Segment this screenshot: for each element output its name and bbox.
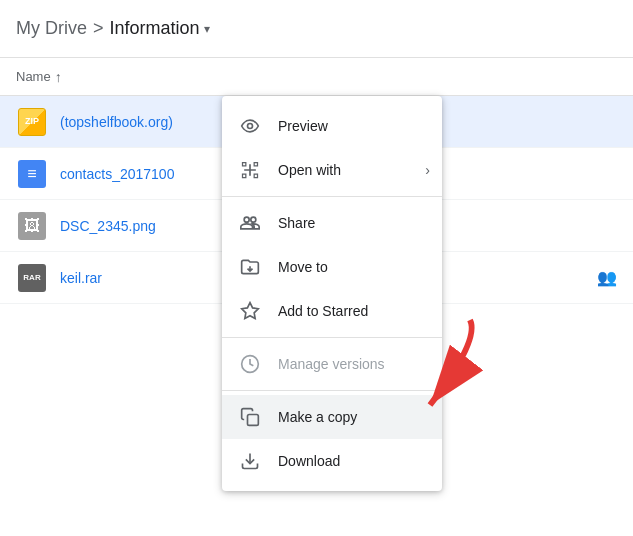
file-icon-zip: ZIP xyxy=(16,106,48,138)
file-icon-doc: ≡ xyxy=(16,158,48,190)
menu-label-download: Download xyxy=(278,453,340,469)
menu-item-manage-versions: Manage versions xyxy=(222,342,442,386)
breadcrumb-header: My Drive > Information ▾ xyxy=(0,0,633,58)
svg-point-0 xyxy=(248,124,253,129)
breadcrumb-current-folder: Information xyxy=(110,18,200,39)
svg-marker-1 xyxy=(242,303,259,319)
menu-label-manage-versions: Manage versions xyxy=(278,356,385,372)
menu-label-open-with: Open with xyxy=(278,162,341,178)
make-copy-icon xyxy=(238,405,262,429)
menu-label-make-a-copy: Make a copy xyxy=(278,409,357,425)
column-name-label[interactable]: Name ↑ xyxy=(16,69,62,85)
menu-divider xyxy=(222,196,442,197)
menu-divider xyxy=(222,337,442,338)
move-to-icon xyxy=(238,255,262,279)
column-header: Name ↑ xyxy=(0,58,633,96)
context-menu: Preview Open with › Share Move to xyxy=(222,96,442,491)
manage-versions-icon xyxy=(238,352,262,376)
sort-arrow-icon: ↑ xyxy=(55,69,62,85)
menu-item-share[interactable]: Share xyxy=(222,201,442,245)
menu-item-preview[interactable]: Preview xyxy=(222,104,442,148)
menu-label-preview: Preview xyxy=(278,118,328,134)
menu-item-download[interactable]: Download xyxy=(222,439,442,483)
open-with-icon xyxy=(238,158,262,182)
menu-item-add-to-starred[interactable]: Add to Starred xyxy=(222,289,442,333)
menu-label-add-to-starred: Add to Starred xyxy=(278,303,368,319)
shared-icon: 👥 xyxy=(597,268,617,287)
menu-item-make-a-copy[interactable]: Make a copy xyxy=(222,395,442,439)
file-icon-img: 🖼 xyxy=(16,210,48,242)
breadcrumb-separator: > xyxy=(93,18,104,39)
starred-icon xyxy=(238,299,262,323)
submenu-chevron-icon: › xyxy=(425,162,430,178)
share-icon xyxy=(238,211,262,235)
file-icon-rar: RAR xyxy=(16,262,48,294)
breadcrumb-dropdown-arrow[interactable]: ▾ xyxy=(204,22,210,36)
download-icon xyxy=(238,449,262,473)
menu-label-move-to: Move to xyxy=(278,259,328,275)
menu-item-move-to[interactable]: Move to xyxy=(222,245,442,289)
menu-item-open-with[interactable]: Open with › xyxy=(222,148,442,192)
svg-rect-3 xyxy=(248,415,259,426)
menu-divider xyxy=(222,390,442,391)
preview-icon xyxy=(238,114,262,138)
breadcrumb-mydrive[interactable]: My Drive xyxy=(16,18,87,39)
menu-label-share: Share xyxy=(278,215,315,231)
